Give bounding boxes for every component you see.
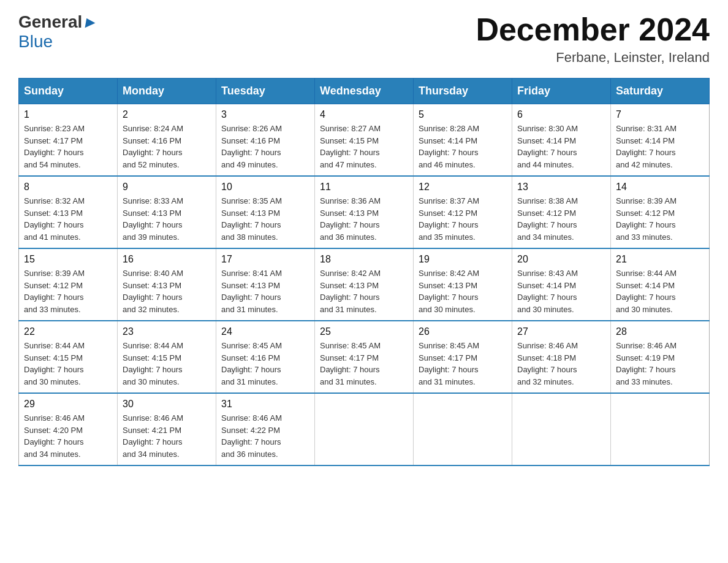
col-friday: Friday (512, 79, 611, 104)
day-number: 19 (419, 254, 507, 265)
day-info: Sunrise: 8:38 AM Sunset: 4:12 PM Dayligh… (517, 195, 605, 243)
calendar-week-row: 22 Sunrise: 8:44 AM Sunset: 4:15 PM Dayl… (19, 321, 710, 393)
table-row: 8 Sunrise: 8:32 AM Sunset: 4:13 PM Dayli… (19, 176, 118, 248)
logo-arrow-icon: ► (82, 13, 100, 32)
day-number: 25 (320, 326, 408, 337)
day-info: Sunrise: 8:45 AM Sunset: 4:17 PM Dayligh… (419, 340, 507, 388)
table-row (512, 393, 611, 465)
day-info: Sunrise: 8:23 AM Sunset: 4:17 PM Dayligh… (24, 123, 112, 170)
month-title: December 2024 (476, 12, 710, 47)
table-row: 13 Sunrise: 8:38 AM Sunset: 4:12 PM Dayl… (512, 176, 611, 248)
table-row (414, 393, 512, 465)
day-number: 13 (517, 182, 605, 193)
col-wednesday: Wednesday (315, 79, 414, 104)
day-info: Sunrise: 8:44 AM Sunset: 4:14 PM Dayligh… (616, 267, 704, 315)
day-number: 9 (123, 182, 211, 193)
table-row: 9 Sunrise: 8:33 AM Sunset: 4:13 PM Dayli… (118, 176, 216, 248)
day-info: Sunrise: 8:46 AM Sunset: 4:18 PM Dayligh… (517, 340, 605, 388)
table-row: 18 Sunrise: 8:42 AM Sunset: 4:13 PM Dayl… (315, 248, 414, 321)
table-row: 22 Sunrise: 8:44 AM Sunset: 4:15 PM Dayl… (19, 321, 118, 393)
day-info: Sunrise: 8:39 AM Sunset: 4:12 PM Dayligh… (616, 195, 704, 243)
table-row: 21 Sunrise: 8:44 AM Sunset: 4:14 PM Dayl… (611, 248, 710, 321)
table-row: 5 Sunrise: 8:28 AM Sunset: 4:14 PM Dayli… (414, 104, 512, 177)
day-info: Sunrise: 8:45 AM Sunset: 4:17 PM Dayligh… (320, 340, 408, 388)
day-info: Sunrise: 8:28 AM Sunset: 4:14 PM Dayligh… (419, 123, 507, 170)
table-row: 25 Sunrise: 8:45 AM Sunset: 4:17 PM Dayl… (315, 321, 414, 393)
day-number: 27 (517, 326, 605, 337)
day-number: 11 (320, 182, 408, 193)
table-row: 26 Sunrise: 8:45 AM Sunset: 4:17 PM Dayl… (414, 321, 512, 393)
calendar-header-row: Sunday Monday Tuesday Wednesday Thursday… (19, 79, 710, 104)
day-number: 18 (320, 254, 408, 265)
day-number: 1 (24, 109, 112, 120)
table-row: 19 Sunrise: 8:42 AM Sunset: 4:13 PM Dayl… (414, 248, 512, 321)
day-number: 17 (221, 254, 309, 265)
table-row: 20 Sunrise: 8:43 AM Sunset: 4:14 PM Dayl… (512, 248, 611, 321)
day-info: Sunrise: 8:31 AM Sunset: 4:14 PM Dayligh… (616, 123, 704, 170)
table-row (315, 393, 414, 465)
table-row (611, 393, 710, 465)
col-saturday: Saturday (611, 79, 710, 104)
day-number: 26 (419, 326, 507, 337)
table-row: 23 Sunrise: 8:44 AM Sunset: 4:15 PM Dayl… (118, 321, 216, 393)
day-number: 20 (517, 254, 605, 265)
day-number: 21 (616, 254, 704, 265)
table-row: 28 Sunrise: 8:46 AM Sunset: 4:19 PM Dayl… (611, 321, 710, 393)
day-info: Sunrise: 8:42 AM Sunset: 4:13 PM Dayligh… (419, 267, 507, 315)
day-info: Sunrise: 8:46 AM Sunset: 4:19 PM Dayligh… (616, 340, 704, 388)
day-info: Sunrise: 8:24 AM Sunset: 4:16 PM Dayligh… (123, 123, 211, 170)
day-number: 24 (221, 326, 309, 337)
day-info: Sunrise: 8:44 AM Sunset: 4:15 PM Dayligh… (24, 340, 112, 388)
table-row: 14 Sunrise: 8:39 AM Sunset: 4:12 PM Dayl… (611, 176, 710, 248)
page-header: General ► Blue December 2024 Ferbane, Le… (18, 12, 710, 66)
day-number: 2 (123, 109, 211, 120)
day-number: 5 (419, 109, 507, 120)
table-row: 11 Sunrise: 8:36 AM Sunset: 4:13 PM Dayl… (315, 176, 414, 248)
day-number: 31 (221, 399, 309, 410)
table-row: 30 Sunrise: 8:46 AM Sunset: 4:21 PM Dayl… (118, 393, 216, 465)
calendar-week-row: 1 Sunrise: 8:23 AM Sunset: 4:17 PM Dayli… (19, 104, 710, 177)
table-row: 3 Sunrise: 8:26 AM Sunset: 4:16 PM Dayli… (216, 104, 315, 177)
table-row: 17 Sunrise: 8:41 AM Sunset: 4:13 PM Dayl… (216, 248, 315, 321)
table-row: 6 Sunrise: 8:30 AM Sunset: 4:14 PM Dayli… (512, 104, 611, 177)
table-row: 29 Sunrise: 8:46 AM Sunset: 4:20 PM Dayl… (19, 393, 118, 465)
day-info: Sunrise: 8:40 AM Sunset: 4:13 PM Dayligh… (123, 267, 211, 315)
day-number: 3 (221, 109, 309, 120)
title-block: December 2024 Ferbane, Leinster, Ireland (476, 12, 710, 66)
day-info: Sunrise: 8:30 AM Sunset: 4:14 PM Dayligh… (517, 123, 605, 170)
day-info: Sunrise: 8:41 AM Sunset: 4:13 PM Dayligh… (221, 267, 309, 315)
col-tuesday: Tuesday (216, 79, 315, 104)
table-row: 7 Sunrise: 8:31 AM Sunset: 4:14 PM Dayli… (611, 104, 710, 177)
day-info: Sunrise: 8:36 AM Sunset: 4:13 PM Dayligh… (320, 195, 408, 243)
table-row: 12 Sunrise: 8:37 AM Sunset: 4:12 PM Dayl… (414, 176, 512, 248)
day-number: 29 (24, 399, 112, 410)
day-number: 6 (517, 109, 605, 120)
day-info: Sunrise: 8:32 AM Sunset: 4:13 PM Dayligh… (24, 195, 112, 243)
day-number: 14 (616, 182, 704, 193)
day-number: 7 (616, 109, 704, 120)
day-info: Sunrise: 8:46 AM Sunset: 4:22 PM Dayligh… (221, 412, 309, 460)
day-number: 22 (24, 326, 112, 337)
day-info: Sunrise: 8:43 AM Sunset: 4:14 PM Dayligh… (517, 267, 605, 315)
col-monday: Monday (118, 79, 216, 104)
logo: General ► Blue (18, 12, 99, 52)
location-subtitle: Ferbane, Leinster, Ireland (476, 50, 710, 66)
logo-general-text: General (18, 12, 82, 32)
day-info: Sunrise: 8:26 AM Sunset: 4:16 PM Dayligh… (221, 123, 309, 170)
day-number: 8 (24, 182, 112, 193)
table-row: 15 Sunrise: 8:39 AM Sunset: 4:12 PM Dayl… (19, 248, 118, 321)
day-number: 28 (616, 326, 704, 337)
table-row: 1 Sunrise: 8:23 AM Sunset: 4:17 PM Dayli… (19, 104, 118, 177)
day-info: Sunrise: 8:42 AM Sunset: 4:13 PM Dayligh… (320, 267, 408, 315)
day-info: Sunrise: 8:35 AM Sunset: 4:13 PM Dayligh… (221, 195, 309, 243)
day-number: 10 (221, 182, 309, 193)
logo-blue-text: Blue (18, 32, 53, 51)
day-info: Sunrise: 8:46 AM Sunset: 4:21 PM Dayligh… (123, 412, 211, 460)
day-number: 16 (123, 254, 211, 265)
day-number: 30 (123, 399, 211, 410)
day-info: Sunrise: 8:27 AM Sunset: 4:15 PM Dayligh… (320, 123, 408, 170)
day-info: Sunrise: 8:33 AM Sunset: 4:13 PM Dayligh… (123, 195, 211, 243)
day-number: 15 (24, 254, 112, 265)
day-number: 23 (123, 326, 211, 337)
table-row: 4 Sunrise: 8:27 AM Sunset: 4:15 PM Dayli… (315, 104, 414, 177)
